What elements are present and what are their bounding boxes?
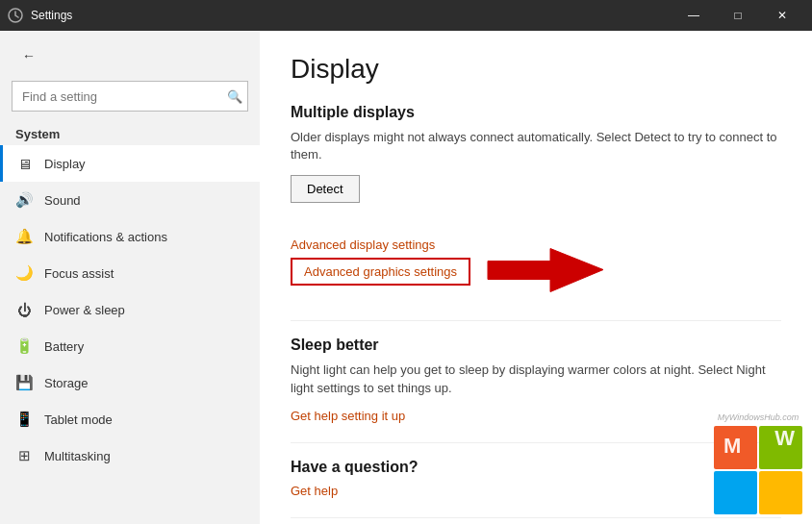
- sleep-better-section: Sleep better Night light can help you ge…: [291, 337, 781, 422]
- app-icon: [8, 8, 23, 23]
- multiple-displays-title: Multiple displays: [291, 104, 781, 121]
- have-question-section: Have a question? Get help: [291, 459, 781, 498]
- tablet-icon: 📱: [15, 411, 33, 428]
- detect-button[interactable]: Detect: [291, 175, 360, 203]
- watermark-text: MyWindowsHub.com: [714, 412, 802, 422]
- back-button[interactable]: ←: [15, 42, 42, 69]
- window-controls: — □ ✕: [672, 0, 804, 31]
- svg-marker-1: [488, 248, 603, 291]
- red-arrow-icon: [478, 243, 603, 296]
- battery-icon: 🔋: [15, 337, 33, 355]
- sidebar-item-label-multitasking: Multitasking: [44, 449, 111, 463]
- search-box: 🔍: [12, 81, 248, 112]
- system-label: System: [0, 119, 260, 145]
- sidebar-item-label-power: Power & sleep: [44, 303, 125, 317]
- sidebar-item-notifications[interactable]: 🔔Notifications & actions: [0, 218, 260, 255]
- highlighted-box: Advanced graphics settings: [291, 258, 470, 286]
- sidebar-item-label-tablet: Tablet mode: [44, 412, 113, 427]
- sidebar-item-focus[interactable]: 🌙Focus assist: [0, 255, 260, 291]
- minimize-button[interactable]: —: [672, 0, 716, 31]
- search-input[interactable]: [12, 81, 248, 112]
- main-content: Display Multiple displays Older displays…: [260, 31, 812, 524]
- notifications-icon: 🔔: [15, 228, 33, 245]
- storage-icon: 💾: [15, 374, 33, 391]
- have-question-title: Have a question?: [291, 459, 781, 476]
- nav-list: 🖥Display🔊Sound🔔Notifications & actions🌙F…: [0, 145, 260, 474]
- focus-icon: 🌙: [15, 264, 33, 282]
- sleep-better-desc: Night light can help you get to sleep by…: [291, 362, 781, 396]
- sidebar-item-sound[interactable]: 🔊Sound: [0, 182, 260, 218]
- multiple-displays-section: Multiple displays Older displays might n…: [291, 104, 781, 218]
- title-bar-title: Settings: [31, 9, 72, 22]
- sound-icon: 🔊: [15, 191, 33, 209]
- app-body: ← 🔍 System 🖥Display🔊Sound🔔Notifications …: [0, 31, 812, 524]
- multiple-displays-desc: Older displays might not always connect …: [291, 129, 781, 163]
- get-help-setting-link[interactable]: Get help setting it up: [291, 409, 781, 423]
- divider-2: [291, 442, 781, 443]
- maximize-button[interactable]: □: [716, 0, 760, 31]
- get-help-link[interactable]: Get help: [291, 484, 781, 498]
- divider-1: [291, 320, 781, 321]
- sidebar-item-multitasking[interactable]: ⊞Multitasking: [0, 437, 260, 474]
- highlighted-link-row: Advanced graphics settings: [291, 258, 470, 286]
- sidebar: ← 🔍 System 🖥Display🔊Sound🔔Notifications …: [0, 31, 260, 524]
- watermark-m: M: [723, 434, 741, 459]
- title-bar: Settings — □ ✕: [0, 0, 812, 31]
- sidebar-header: ←: [0, 31, 260, 77]
- sidebar-item-power[interactable]: ⏻Power & sleep: [0, 291, 260, 328]
- links-section: Advanced display settings Advanced graph…: [291, 237, 781, 301]
- multitasking-icon: ⊞: [15, 447, 33, 464]
- sleep-better-title: Sleep better: [291, 337, 781, 354]
- sidebar-item-storage[interactable]: 💾Storage: [0, 364, 260, 401]
- arrow-annotation: [478, 243, 603, 300]
- display-icon: 🖥: [15, 155, 33, 172]
- sidebar-item-label-notifications: Notifications & actions: [44, 230, 167, 244]
- search-icon: 🔍: [227, 89, 242, 104]
- sidebar-item-label-sound: Sound: [44, 193, 81, 208]
- watermark: MyWindowsHub.com M W: [714, 412, 802, 514]
- sidebar-item-tablet[interactable]: 📱Tablet mode: [0, 401, 260, 437]
- divider-3: [291, 517, 781, 518]
- page-title: Display: [291, 54, 781, 85]
- sidebar-item-label-battery: Battery: [44, 339, 84, 354]
- advanced-graphics-link[interactable]: Advanced graphics settings: [304, 264, 457, 279]
- sidebar-item-label-storage: Storage: [44, 376, 89, 390]
- close-button[interactable]: ✕: [760, 0, 804, 31]
- power-icon: ⏻: [15, 301, 33, 318]
- sidebar-item-display[interactable]: 🖥Display: [0, 145, 260, 182]
- watermark-w: W: [774, 426, 795, 451]
- sidebar-item-label-display: Display: [44, 157, 86, 171]
- sidebar-item-label-focus: Focus assist: [44, 266, 114, 281]
- sidebar-item-battery[interactable]: 🔋Battery: [0, 328, 260, 364]
